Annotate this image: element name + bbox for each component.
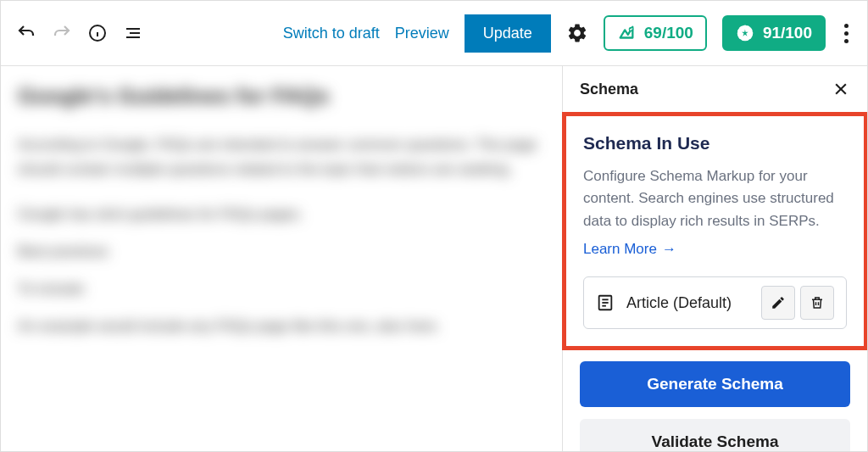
- outline-icon[interactable]: [123, 23, 143, 43]
- editor-toolbar: Switch to draft Preview Update 69/100 91…: [1, 1, 867, 66]
- redo-icon[interactable]: [52, 23, 72, 43]
- schema-item-label: Article (Default): [626, 294, 756, 312]
- learn-more-link[interactable]: Learn More →: [583, 241, 676, 258]
- schema-sidebar: Schema Schema In Use Configure Schema Ma…: [562, 66, 867, 451]
- more-options-icon[interactable]: [841, 20, 852, 47]
- update-button[interactable]: Update: [465, 14, 551, 53]
- preview-link[interactable]: Preview: [395, 25, 449, 42]
- toolbar-left: [16, 23, 143, 43]
- close-icon[interactable]: [832, 80, 850, 98]
- readability-score-pill[interactable]: 91/100: [722, 15, 826, 51]
- sidebar-buttons: Generate Schema Validate Schema: [563, 349, 867, 452]
- undo-icon[interactable]: [16, 23, 36, 43]
- content-area: Google's Guidelines for FAQs According t…: [1, 66, 562, 451]
- info-icon[interactable]: [87, 23, 108, 43]
- blurred-content: Google's Guidelines for FAQs According t…: [18, 83, 545, 335]
- article-icon: [596, 293, 615, 312]
- panel-title: Schema In Use: [583, 133, 847, 153]
- arrow-right-icon: →: [662, 241, 676, 258]
- seo-score-pill[interactable]: 69/100: [604, 15, 707, 51]
- sidebar-header: Schema: [563, 66, 867, 113]
- toolbar-right: Switch to draft Preview Update 69/100 91…: [283, 14, 852, 53]
- settings-icon[interactable]: [566, 22, 588, 44]
- switch-to-draft-link[interactable]: Switch to draft: [283, 25, 380, 42]
- main-area: Google's Guidelines for FAQs According t…: [1, 66, 867, 451]
- schema-item-row: Article (Default): [583, 276, 847, 329]
- readability-score-value: 91/100: [763, 24, 812, 42]
- edit-schema-button[interactable]: [761, 286, 795, 320]
- generate-schema-button[interactable]: Generate Schema: [580, 361, 850, 407]
- learn-more-label: Learn More: [583, 241, 657, 258]
- schema-in-use-panel: Schema In Use Configure Schema Markup fo…: [562, 112, 868, 350]
- validate-schema-button[interactable]: Validate Schema: [580, 419, 850, 452]
- seo-score-value: 69/100: [644, 24, 693, 42]
- delete-schema-button[interactable]: [800, 286, 834, 320]
- sidebar-title: Schema: [580, 81, 638, 98]
- panel-description: Configure Schema Markup for your content…: [583, 165, 847, 232]
